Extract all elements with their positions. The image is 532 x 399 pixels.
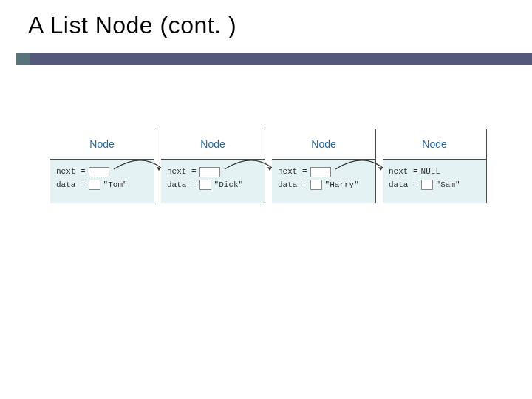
- node-next-field: next =: [278, 166, 369, 179]
- field-label-next: next =: [278, 166, 307, 179]
- node-data-value: "Sam": [436, 179, 460, 192]
- node-data-field: data = "Dick": [167, 179, 259, 192]
- field-label-next: next =: [56, 166, 86, 179]
- next-pointer-slot: [310, 167, 331, 177]
- node-type-label: Node: [161, 129, 265, 159]
- title-rule-accent: [16, 53, 30, 65]
- list-node: Node next = data = "Tom": [50, 129, 154, 203]
- field-label-data: data =: [167, 179, 197, 192]
- list-node: Node next = data = "Harry": [272, 129, 375, 203]
- node-next-field: next =: [56, 166, 148, 179]
- node-next-field: next = NULL: [389, 166, 480, 179]
- node-data-value: "Tom": [103, 179, 128, 192]
- node-right-edge: [154, 129, 154, 203]
- node-type-label: Node: [50, 129, 154, 159]
- node-body: next = data = "Harry": [272, 159, 375, 203]
- next-null-value: NULL: [421, 166, 440, 179]
- linked-list-diagram: Node next = data = "Tom": [50, 129, 494, 211]
- list-node: Node next = NULL data = "Sam": [383, 129, 486, 203]
- field-label-data: data =: [56, 179, 86, 192]
- node-data-field: data = "Sam": [389, 179, 480, 192]
- slide-title: A List Node (cont. ): [28, 12, 236, 39]
- data-pointer-slot: [89, 180, 100, 190]
- field-label-data: data =: [278, 179, 307, 192]
- node-data-field: data = "Tom": [56, 179, 148, 192]
- node-right-edge: [265, 129, 265, 203]
- node-type-label: Node: [272, 129, 375, 159]
- slide: A List Node (cont. ) Node next = data = …: [0, 0, 532, 399]
- node-type-label: Node: [383, 129, 486, 159]
- node-data-value: "Dick": [214, 179, 244, 192]
- node-body: next = data = "Tom": [50, 159, 154, 203]
- field-label-data: data =: [389, 179, 418, 192]
- next-pointer-slot: [89, 167, 109, 177]
- field-label-next: next =: [389, 166, 418, 179]
- next-pointer-slot: [200, 167, 220, 177]
- title-rule: [0, 53, 532, 65]
- title-rule-bar: [30, 53, 532, 65]
- list-node: Node next = data = "Dick": [161, 129, 265, 203]
- node-data-value: "Harry": [325, 179, 359, 192]
- node-next-field: next =: [167, 166, 259, 179]
- data-pointer-slot: [421, 180, 433, 190]
- node-body: next = NULL data = "Sam": [383, 159, 486, 203]
- node-body: next = data = "Dick": [161, 159, 265, 203]
- node-right-edge: [375, 129, 376, 203]
- data-pointer-slot: [310, 180, 322, 190]
- node-data-field: data = "Harry": [278, 179, 369, 192]
- data-pointer-slot: [200, 180, 211, 190]
- field-label-next: next =: [167, 166, 197, 179]
- node-right-edge: [486, 129, 487, 203]
